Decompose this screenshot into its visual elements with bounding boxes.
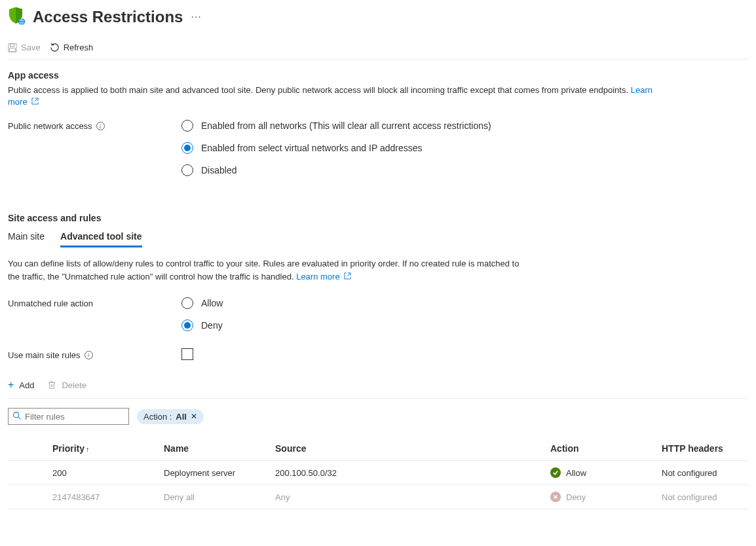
cell-action: Allow: [545, 461, 656, 485]
site-access-learn-more-link[interactable]: Learn more: [296, 272, 351, 282]
rules-toolbar: + Add Delete: [8, 380, 748, 399]
tab-advanced-tool-site[interactable]: Advanced tool site: [60, 227, 142, 247]
save-label: Save: [21, 43, 41, 52]
trash-icon: [47, 380, 56, 390]
unmatched-rule-action-label: Unmatched rule action: [8, 297, 181, 308]
app-access-heading: App access: [8, 70, 748, 81]
allow-icon: [550, 467, 561, 478]
plus-icon: +: [8, 380, 14, 390]
radio-enabled-all-networks[interactable]: Enabled from all networks (This will cle…: [181, 120, 491, 132]
site-access-description: You can define lists of allow/deny rules…: [8, 257, 532, 283]
table-header-row: Priority↑ Name Source Action HTTP header…: [8, 437, 748, 461]
cell-http-headers: Not configured: [656, 485, 748, 509]
site-access-heading: Site access and rules: [8, 213, 748, 223]
site-tabs: Main site Advanced tool site: [8, 227, 748, 248]
refresh-button[interactable]: Refresh: [50, 43, 94, 52]
rules-table: Priority↑ Name Source Action HTTP header…: [8, 437, 748, 509]
svg-point-6: [14, 412, 19, 418]
external-link-icon: [344, 270, 351, 283]
radio-enabled-select-networks[interactable]: Enabled from select virtual networks and…: [181, 142, 491, 154]
app-access-description: Public access is applied to both main si…: [8, 84, 663, 108]
use-main-site-rules-checkbox[interactable]: [181, 348, 193, 360]
save-button[interactable]: Save: [8, 43, 41, 52]
shield-icon: [8, 7, 25, 27]
cell-name: Deny all: [159, 485, 270, 509]
col-priority[interactable]: Priority↑: [47, 437, 159, 461]
cell-name: Deployment server: [159, 461, 270, 485]
save-icon: [8, 43, 17, 52]
public-network-access-label: Public network access i: [8, 120, 181, 131]
radio-disabled[interactable]: Disabled: [181, 164, 491, 176]
info-icon[interactable]: i: [85, 351, 93, 359]
close-icon[interactable]: ✕: [191, 412, 197, 421]
radio-icon: [181, 319, 193, 331]
cell-source: Any: [270, 485, 545, 509]
refresh-icon: [50, 43, 60, 52]
add-rule-button[interactable]: + Add: [8, 380, 34, 390]
sort-asc-icon: ↑: [86, 445, 90, 453]
cell-priority: 2147483647: [47, 485, 159, 509]
delete-rule-button[interactable]: Delete: [47, 380, 86, 390]
page-title: Access Restrictions: [33, 8, 183, 26]
filter-row: Action : All ✕: [8, 408, 748, 425]
cell-action: Deny: [545, 485, 656, 509]
radio-unmatched-allow[interactable]: Allow: [181, 297, 223, 309]
use-main-site-rules-label: Use main site rules i: [8, 349, 181, 360]
external-link-icon: [31, 96, 39, 108]
command-bar: Save Refresh: [8, 39, 748, 60]
cell-http-headers: Not configured: [656, 461, 748, 485]
col-http-headers[interactable]: HTTP headers: [656, 437, 748, 461]
page-header: Access Restrictions ···: [8, 7, 748, 27]
search-icon: [12, 411, 25, 422]
cell-priority: 200: [47, 461, 159, 485]
filter-pill-action[interactable]: Action : All ✕: [137, 409, 204, 424]
more-menu-button[interactable]: ···: [191, 11, 201, 23]
tab-main-site[interactable]: Main site: [8, 227, 45, 247]
filter-rules-input-wrapper[interactable]: [8, 408, 129, 425]
radio-icon: [181, 164, 193, 176]
svg-rect-4: [10, 43, 14, 46]
col-name[interactable]: Name: [159, 437, 270, 461]
radio-icon: [181, 142, 193, 154]
refresh-label: Refresh: [64, 43, 94, 52]
filter-rules-input[interactable]: [25, 412, 124, 422]
radio-icon: [181, 297, 193, 309]
col-source[interactable]: Source: [270, 437, 545, 461]
cell-source: 200.100.50.0/32: [270, 461, 545, 485]
public-network-access-radiogroup: Enabled from all networks (This will cle…: [181, 120, 491, 176]
radio-icon: [181, 120, 193, 132]
deny-icon: [550, 492, 561, 502]
svg-rect-5: [10, 48, 16, 51]
col-action[interactable]: Action: [545, 437, 656, 461]
radio-unmatched-deny[interactable]: Deny: [181, 319, 223, 331]
info-icon[interactable]: i: [96, 122, 105, 130]
unmatched-rule-action-radiogroup: Allow Deny: [181, 297, 223, 331]
table-row[interactable]: 2147483647Deny allAnyDenyNot configured: [8, 485, 748, 509]
table-row[interactable]: 200Deployment server200.100.50.0/32Allow…: [8, 461, 748, 485]
